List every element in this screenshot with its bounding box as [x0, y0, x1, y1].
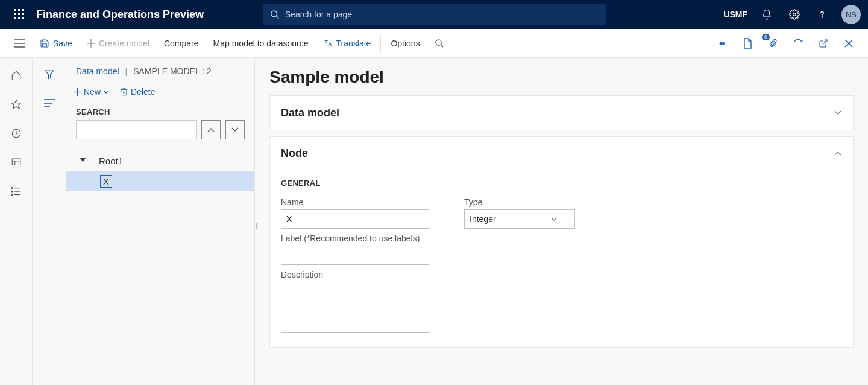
svg-point-12 — [822, 17, 822, 18]
new-label: New — [84, 87, 101, 97]
search-prev-button[interactable] — [201, 120, 221, 139]
translate-button[interactable]: Translate — [316, 29, 379, 58]
avatar[interactable]: NS — [841, 5, 861, 24]
search-next-button[interactable] — [225, 120, 245, 139]
svg-rect-8 — [22, 18, 24, 19]
star-icon[interactable] — [10, 98, 23, 111]
modules-icon[interactable] — [10, 185, 23, 198]
name-field[interactable] — [281, 209, 429, 229]
tree-toolbar: New Delete — [66, 76, 254, 107]
workspace-icon[interactable] — [10, 156, 23, 169]
general-heading: GENERAL — [281, 170, 429, 192]
tree-panel: Data model | SAMPLE MODEL : 2 New Delete… — [66, 58, 255, 385]
svg-point-18 — [436, 40, 441, 45]
action-search-button[interactable] — [427, 29, 451, 58]
global-search[interactable] — [263, 4, 606, 25]
chevron-down-icon — [231, 127, 239, 132]
search-input[interactable] — [76, 120, 197, 139]
svg-rect-6 — [14, 18, 16, 19]
svg-rect-0 — [14, 9, 16, 11]
bell-icon[interactable] — [758, 6, 775, 23]
top-nav: Finance and Operations Preview USMF NS — [0, 0, 868, 29]
description-field[interactable] — [281, 282, 429, 332]
create-model-button: Create model — [80, 29, 157, 58]
svg-line-10 — [276, 16, 278, 19]
svg-point-32 — [11, 191, 12, 192]
compare-label: Compare — [164, 39, 199, 48]
node-panel-header[interactable]: Node — [270, 137, 853, 170]
chevron-up-icon — [834, 151, 842, 156]
svg-rect-4 — [18, 13, 20, 15]
node-panel: Node GENERAL Name Label (*Recommended to… — [269, 136, 854, 348]
attachments-icon[interactable]: 0 — [766, 36, 780, 51]
waffle-icon[interactable] — [7, 2, 31, 27]
options-button[interactable]: Options — [383, 29, 427, 58]
page-icon[interactable] — [740, 36, 755, 51]
translate-label: Translate — [336, 39, 371, 48]
chevron-down-icon — [550, 217, 558, 221]
svg-line-22 — [823, 40, 827, 44]
svg-rect-27 — [12, 159, 20, 165]
entity-label[interactable]: USMF — [723, 10, 747, 19]
options-label: Options — [391, 39, 420, 48]
recent-icon[interactable] — [10, 127, 23, 140]
chevron-up-icon — [207, 127, 215, 132]
type-select[interactable]: Integer — [464, 209, 575, 229]
hamburger-icon[interactable] — [7, 39, 33, 48]
svg-point-9 — [271, 11, 277, 17]
page-title: Sample model — [269, 68, 854, 87]
drag-handle-icon[interactable]: || — [256, 221, 257, 229]
caret-icon[interactable] — [77, 158, 88, 164]
map-model-label: Map model to datasource — [213, 39, 309, 48]
svg-rect-7 — [18, 18, 20, 19]
trash-icon — [120, 87, 128, 97]
create-model-label: Create model — [99, 39, 149, 48]
svg-point-11 — [793, 13, 796, 16]
svg-rect-2 — [22, 9, 24, 11]
type-label: Type — [464, 197, 575, 207]
delete-label: Delete — [131, 87, 155, 97]
plus-icon — [74, 88, 81, 96]
home-icon[interactable] — [10, 69, 23, 82]
save-icon — [40, 39, 49, 48]
svg-marker-25 — [11, 100, 20, 109]
app-title: Finance and Operations Preview — [36, 8, 204, 21]
breadcrumb-link[interactable]: Data model — [76, 66, 119, 76]
diamond-icon[interactable] — [715, 36, 729, 51]
tree: Root1 X — [66, 139, 254, 191]
tree-node-child[interactable]: X — [66, 171, 254, 191]
filter-icon[interactable] — [44, 69, 55, 80]
chevron-down-icon — [103, 90, 109, 94]
gear-icon[interactable] — [786, 6, 803, 23]
help-icon[interactable] — [814, 6, 831, 23]
name-label: Name — [281, 197, 429, 207]
translate-icon — [323, 39, 333, 48]
tree-node-root[interactable]: Root1 — [66, 150, 254, 171]
svg-marker-21 — [722, 42, 725, 45]
svg-rect-5 — [22, 13, 24, 15]
delete-button[interactable]: Delete — [120, 87, 155, 97]
secondary-rail — [33, 58, 66, 385]
label-label: Label (*Recommended to use labels) — [281, 234, 429, 243]
save-button[interactable]: Save — [33, 29, 80, 58]
lines-icon[interactable] — [44, 99, 55, 107]
data-model-panel-title: Data model — [281, 107, 339, 119]
svg-rect-1 — [18, 9, 20, 11]
global-search-input[interactable] — [285, 10, 599, 19]
tree-node-child-label: X — [100, 175, 112, 188]
label-field[interactable] — [281, 246, 429, 265]
search-icon — [270, 10, 279, 19]
tree-node-root-label: Root1 — [99, 156, 123, 166]
compare-button[interactable]: Compare — [157, 29, 206, 58]
data-model-panel-header[interactable]: Data model — [270, 96, 853, 130]
map-model-button[interactable]: Map model to datasource — [206, 29, 316, 58]
close-icon[interactable] — [841, 36, 856, 51]
attachments-badge: 0 — [762, 34, 770, 40]
save-label: Save — [53, 39, 72, 48]
svg-point-30 — [11, 188, 12, 189]
refresh-icon[interactable] — [791, 36, 805, 51]
new-button[interactable]: New — [74, 87, 109, 97]
popout-icon[interactable] — [816, 36, 831, 51]
detail-panel: Sample model Data model Node GENERAL — [255, 58, 868, 385]
breadcrumb: Data model | SAMPLE MODEL : 2 — [66, 66, 254, 76]
